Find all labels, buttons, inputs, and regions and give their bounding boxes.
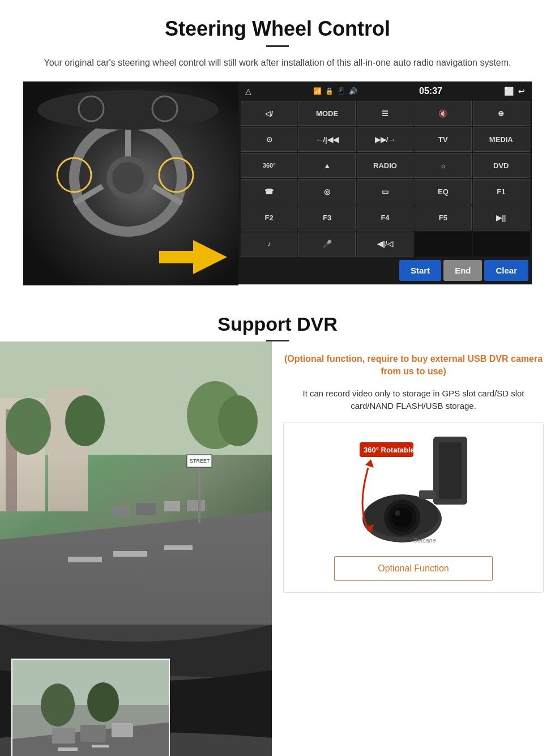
dvr-main-photo: STREET <box>0 341 272 625</box>
btn-playpause[interactable]: ▶|| <box>473 206 530 230</box>
panel-topbar: △ 📶 🔒 📱 🔊 05:37 ⬜ ↩ <box>240 83 531 100</box>
steering-divider <box>266 45 289 47</box>
btn-f1[interactable]: F1 <box>473 179 530 204</box>
btn-f3[interactable]: F3 <box>298 206 355 230</box>
btn-radio[interactable]: RADIO <box>357 153 413 178</box>
bottom-buttons: Start End Clear <box>240 258 531 283</box>
steering-section: Steering Wheel Control Your original car… <box>0 0 555 296</box>
dvr-section: Support DVR <box>0 296 555 756</box>
home-icon[interactable]: △ <box>245 87 251 96</box>
steering-ui-container: △ 📶 🔒 📱 🔊 05:37 ⬜ ↩ ◁/ MODE ☰ <box>23 81 532 285</box>
btn-empty2 <box>473 232 530 257</box>
btn-music[interactable]: ♪ <box>241 232 297 257</box>
sim-icon: 📱 <box>337 87 345 95</box>
steering-wheel-image <box>23 82 238 285</box>
btn-internet[interactable]: ◎ <box>298 179 355 204</box>
back-icon[interactable]: ↩ <box>518 87 525 96</box>
btn-phone[interactable]: ☎ <box>241 179 297 204</box>
lock-icon: 🔒 <box>325 87 334 95</box>
btn-360[interactable]: 360° <box>241 153 297 178</box>
btn-mic[interactable]: 🎤 <box>298 232 355 257</box>
btn-menu[interactable]: ☰ <box>357 101 413 126</box>
dvr-left-panel: STREET <box>0 341 272 756</box>
svg-point-49 <box>395 510 400 516</box>
svg-text:360° Rotatable: 360° Rotatable <box>364 446 415 454</box>
dvr-camera-box: 360° Rotatable Seicane Optional Function <box>283 422 544 593</box>
btn-vol[interactable]: ◀|/◁ <box>357 232 413 257</box>
wifi-icon: 📶 <box>313 87 322 95</box>
window-icon: ⬜ <box>504 87 514 96</box>
dvr-content: STREET <box>0 341 555 756</box>
panel-time: 05:37 <box>419 86 442 96</box>
btn-dvd[interactable]: DVD <box>473 153 530 178</box>
control-panel: △ 📶 🔒 📱 🔊 05:37 ⬜ ↩ ◁/ MODE ☰ <box>238 82 532 284</box>
svg-point-35 <box>87 682 119 722</box>
svg-point-6 <box>112 162 144 194</box>
button-grid: ◁/ MODE ☰ 🔇 ⊕ ⊙ ←/|◀◀ ▶▶/→ TV MEDIA 360°… <box>240 100 531 258</box>
btn-eject[interactable]: ▲ <box>298 153 355 178</box>
btn-nav[interactable]: ◁/ <box>241 101 297 126</box>
road-overlay <box>0 455 272 625</box>
steering-description: Your original car's steering wheel contr… <box>37 56 518 70</box>
svg-text:Seicane: Seicane <box>413 537 436 544</box>
clear-button[interactable]: Clear <box>484 260 528 281</box>
btn-media[interactable]: MEDIA <box>473 127 530 152</box>
steering-title: Steering Wheel Control <box>23 17 532 41</box>
status-icons: 📶 🔒 📱 🔊 <box>313 87 357 95</box>
dvr-desc-text: It can record video only to storage in G… <box>283 387 544 413</box>
svg-rect-37 <box>80 725 106 742</box>
svg-point-21 <box>218 395 258 446</box>
btn-screen[interactable]: ▭ <box>357 179 413 204</box>
btn-f5[interactable]: F5 <box>415 206 471 230</box>
btn-settings[interactable]: ⊙ <box>241 127 297 152</box>
svg-point-9 <box>37 90 219 130</box>
optional-function-button[interactable]: Optional Function <box>334 556 493 581</box>
svg-rect-50 <box>419 490 436 499</box>
camera-visual: 360° Rotatable Seicane <box>351 434 476 547</box>
svg-rect-13 <box>159 251 196 263</box>
svg-marker-52 <box>365 459 374 468</box>
btn-prev[interactable]: ←/|◀◀ <box>298 127 355 152</box>
right-icons: ⬜ ↩ <box>504 87 525 96</box>
svg-rect-40 <box>92 745 109 748</box>
btn-tv[interactable]: TV <box>415 127 471 152</box>
dvr-small-photo <box>11 659 170 756</box>
svg-point-19 <box>65 395 105 446</box>
end-button[interactable]: End <box>443 260 482 281</box>
volume-icon: 🔊 <box>349 87 357 95</box>
btn-brightness[interactable]: ☼ <box>415 153 471 178</box>
start-button[interactable]: Start <box>399 260 441 281</box>
btn-apps[interactable]: ⊕ <box>473 101 530 126</box>
btn-empty1 <box>415 232 471 257</box>
btn-f2[interactable]: F2 <box>241 206 297 230</box>
dvr-optional-text: (Optional function, require to buy exter… <box>283 353 544 378</box>
btn-next[interactable]: ▶▶/→ <box>357 127 413 152</box>
dvr-title: Support DVR <box>0 313 555 335</box>
svg-rect-38 <box>112 723 133 737</box>
svg-point-34 <box>41 684 75 727</box>
btn-mode[interactable]: MODE <box>298 101 355 126</box>
svg-rect-43 <box>439 442 462 499</box>
svg-point-18 <box>6 398 51 455</box>
svg-rect-39 <box>58 748 78 751</box>
btn-eq[interactable]: EQ <box>415 179 471 204</box>
btn-mute[interactable]: 🔇 <box>415 101 471 126</box>
svg-point-48 <box>392 507 412 528</box>
wheel-background <box>23 82 238 285</box>
btn-f4[interactable]: F4 <box>357 206 413 230</box>
dvr-right-panel: (Optional function, require to buy exter… <box>272 341 555 756</box>
svg-rect-36 <box>52 728 75 744</box>
